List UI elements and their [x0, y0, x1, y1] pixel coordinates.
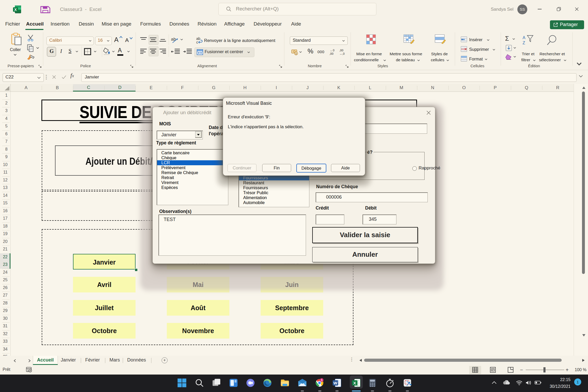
svg-text:$: $: [296, 52, 297, 55]
svg-text:A: A: [523, 35, 525, 40]
svg-text:Z: Z: [523, 41, 525, 45]
svg-text:←0: ←0: [330, 49, 334, 52]
svg-text:W: W: [333, 381, 337, 385]
svg-text:,00: ,00: [329, 52, 333, 55]
svg-text:c: c: [196, 40, 198, 44]
svg-text:X: X: [14, 8, 17, 12]
svg-text:,00: ,00: [339, 49, 343, 52]
svg-text:$: $: [321, 378, 322, 382]
svg-text:X: X: [353, 381, 356, 385]
svg-text:→,0: →,0: [339, 52, 345, 55]
